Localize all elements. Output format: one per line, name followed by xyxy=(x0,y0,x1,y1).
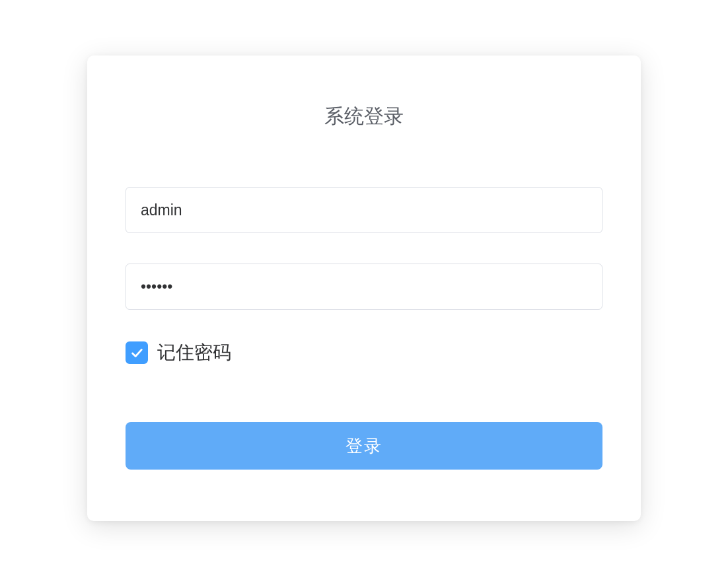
login-card: 系统登录 记住密码 登录 xyxy=(87,55,641,521)
remember-checkbox[interactable] xyxy=(126,341,148,364)
password-input[interactable] xyxy=(126,264,602,310)
login-title: 系统登录 xyxy=(126,103,602,130)
username-input[interactable] xyxy=(126,187,602,233)
password-field xyxy=(126,264,602,310)
remember-row: 记住密码 xyxy=(126,340,602,365)
check-icon xyxy=(129,345,144,360)
login-button[interactable]: 登录 xyxy=(126,422,602,470)
username-field xyxy=(126,187,602,233)
remember-label: 记住密码 xyxy=(157,340,231,365)
